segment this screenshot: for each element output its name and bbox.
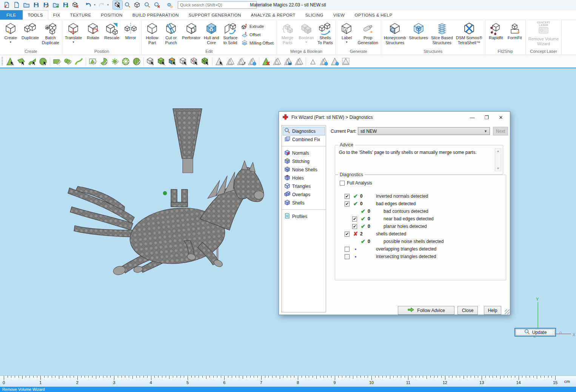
hollow-part-button[interactable]: Hollow Part: [143, 21, 162, 49]
full-analysis-checkbox[interactable]: [340, 181, 345, 186]
hull-and-core-button[interactable]: Hull and Core: [202, 21, 221, 49]
load-marking-icon[interactable]: [294, 56, 304, 67]
close-dialog-button[interactable]: Close: [457, 306, 478, 315]
filter-marking-icon[interactable]: [330, 56, 340, 67]
fix-wizard-page-noise-shells[interactable]: Noise Shells: [283, 166, 325, 174]
label-button[interactable]: ALabel▼: [337, 21, 356, 49]
freeform-marking-icon[interactable]: [63, 56, 73, 67]
structures-button[interactable]: Structures: [408, 21, 430, 49]
dialog-title-bar[interactable]: Fix Wizard (Part: stl NEW) > Diagnostics…: [279, 112, 510, 123]
undo-button[interactable]: [83, 1, 93, 9]
scroll-down-icon[interactable]: ▼: [495, 167, 501, 170]
save-button[interactable]: [31, 1, 41, 9]
mark-shell-icon[interactable]: [38, 56, 48, 67]
surface-to-solid-button[interactable]: Surface to Solid: [221, 21, 240, 49]
batch-duplicate-button[interactable]: Batch Duplicate: [40, 21, 61, 49]
diagnostic-checkbox[interactable]: [345, 247, 350, 252]
viewport-3d[interactable]: Y X Z Fix Wizard (Part: stl NEW) > Diagn…: [0, 68, 576, 375]
zoom-window-button[interactable]: [142, 1, 152, 9]
mark-triangle-icon[interactable]: [5, 56, 15, 67]
polyline-marking-icon[interactable]: [74, 56, 84, 67]
remove-volume-wizard-button[interactable]: CONCEPTLASERRemove Volume Wizard: [527, 21, 561, 49]
slice-based-structures-button[interactable]: Slice Based Structures: [430, 21, 454, 49]
save-project-button[interactable]: [61, 1, 70, 9]
window-marking-icon[interactable]: [88, 56, 98, 67]
honeycomb-structures-button[interactable]: Honeycomb Structures: [382, 21, 408, 49]
unmark-part-icon[interactable]: [178, 56, 189, 67]
tab-support-generation[interactable]: SUPPORT GENERATION: [184, 10, 246, 20]
toolbar-drag-handle[interactable]: [2, 57, 3, 66]
minimize-button[interactable]: —: [467, 115, 478, 120]
mark-gem-part-icon[interactable]: [189, 56, 200, 67]
diagnostic-checkbox[interactable]: [345, 254, 350, 259]
fix-wizard-page-triangles[interactable]: Triangles: [283, 182, 325, 190]
milling-offset-button[interactable]: Milling Offset: [242, 40, 273, 46]
fix-wizard-page-normals[interactable]: Normals: [283, 149, 325, 157]
import-part-button[interactable]: [2, 1, 11, 9]
tab-options-help[interactable]: OPTIONS & HELP: [350, 10, 397, 20]
quick-search-input[interactable]: [178, 1, 257, 9]
shrink-marking-icon[interactable]: [319, 56, 329, 67]
unmark-plane-icon[interactable]: [225, 56, 236, 67]
fix-wizard-page-shells[interactable]: Shells: [283, 199, 325, 207]
unmark-surface-icon[interactable]: [236, 56, 246, 67]
scroll-up-icon[interactable]: ▲: [495, 149, 501, 153]
close-button[interactable]: ✕: [495, 115, 507, 120]
boolean-dropdown-caret[interactable]: ▼: [305, 41, 308, 43]
resize-grip[interactable]: [505, 309, 510, 314]
translate-button[interactable]: Translate▼: [63, 21, 83, 49]
zoom-out-button[interactable]: [152, 1, 162, 9]
invert-marking-icon[interactable]: [272, 56, 282, 67]
advice-scrollbar[interactable]: ▲ ▼: [495, 148, 501, 171]
current-part-dropdown[interactable]: stl NEW ▼: [358, 127, 490, 135]
help-button[interactable]: Help: [484, 306, 501, 315]
rectangle-marking-icon[interactable]: [52, 56, 62, 67]
merge-parts-button[interactable]: {Merge Parts: [278, 21, 297, 49]
mark-part-icon[interactable]: [145, 56, 156, 67]
save-as-button[interactable]: [41, 1, 51, 9]
mark-shell-part-icon[interactable]: [156, 56, 167, 67]
diagnostic-checkbox[interactable]: ✔: [352, 224, 357, 229]
spread-marking-icon[interactable]: [109, 56, 120, 67]
fix-wizard-page-combined-fix[interactable]: Combined Fix: [283, 135, 325, 143]
tab-analyze-report[interactable]: ANALYZE & REPORT: [246, 10, 300, 20]
tab-texture[interactable]: TEXTURE: [65, 10, 96, 20]
fix-wizard-page-stitching[interactable]: Stitching: [283, 157, 325, 165]
mark-textured-part-icon[interactable]: [200, 56, 211, 67]
prop-generation-button[interactable]: ✶Prop Generation: [356, 21, 379, 49]
zoom-dynamic-button[interactable]: [123, 1, 132, 9]
mark-surface-icon[interactable]: [27, 56, 37, 67]
shells-to-parts-button[interactable]: Shells To Parts: [316, 21, 334, 49]
fix-wizard-page-holes[interactable]: Holes: [283, 174, 325, 182]
rapidfit-button[interactable]: Rapidfit: [487, 21, 505, 49]
tab-file[interactable]: FILE: [0, 10, 23, 20]
fix-wizard-page-profiles[interactable]: Profiles: [283, 212, 325, 220]
dsm-somos-tetrashell-button[interactable]: DSM Somos® TetraShell™: [454, 21, 484, 49]
customize-toolbar-button[interactable]: ⚙⚙: [165, 1, 174, 9]
save-marking-icon[interactable]: [283, 56, 293, 67]
tab-position[interactable]: POSITION: [96, 10, 127, 20]
tab-slicing[interactable]: SLICING: [300, 10, 328, 20]
wheel-marking-icon[interactable]: [120, 56, 131, 67]
maximize-button[interactable]: ❐: [481, 115, 492, 120]
delete-marked-icon[interactable]: [261, 56, 271, 67]
zoom-to-part-button[interactable]: [113, 1, 122, 9]
open-file-button[interactable]: [22, 1, 31, 9]
next-button[interactable]: Next: [493, 127, 508, 135]
diagnostic-checkbox[interactable]: ✔: [345, 194, 350, 199]
cut-or-punch-button[interactable]: Cut or Punch: [162, 21, 180, 49]
fix-wizard-page-overlaps[interactable]: Overlaps: [283, 191, 325, 198]
unmark-shell-icon[interactable]: [247, 56, 257, 67]
offset-button[interactable]: Offset: [242, 31, 273, 38]
fix-wizard-page-diagnostics[interactable]: Diagnostics: [283, 127, 325, 135]
create-button[interactable]: ✶Create▼: [1, 21, 20, 49]
brush-marking-icon[interactable]: [99, 56, 109, 67]
grow-marking-icon[interactable]: [308, 56, 318, 67]
diagnostic-checkbox[interactable]: ✔: [345, 201, 350, 206]
label-dropdown-caret[interactable]: ▼: [345, 41, 348, 43]
perforator-button[interactable]: Perforator: [180, 21, 202, 49]
unzoom-part-button[interactable]: [132, 1, 142, 9]
load-project-button[interactable]: [51, 1, 60, 9]
remove-part-button[interactable]: [71, 1, 80, 9]
mark-plane-icon[interactable]: [16, 56, 26, 67]
